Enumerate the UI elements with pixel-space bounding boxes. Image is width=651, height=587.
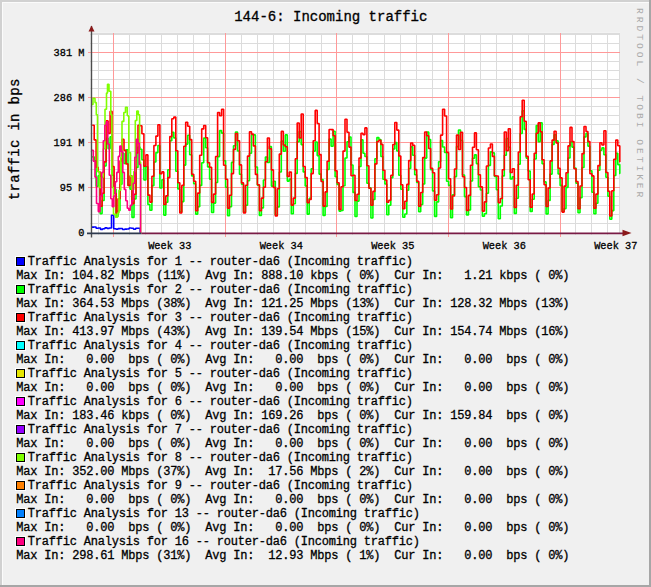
- svg-text:Max In: 0.00 bps ( 0%) Avg: Max In: 0.00 bps ( 0%) Avg In: 0.00 bps …: [16, 493, 569, 507]
- svg-text:RRDTOOL / TOBI OETIKER: RRDTOOL / TOBI OETIKER: [634, 8, 645, 200]
- svg-text:Traffic Analysis for 6 -- rout: Traffic Analysis for 6 -- router-da6 (In…: [28, 395, 413, 409]
- svg-text:0: 0: [78, 227, 84, 239]
- svg-text:Max In: 0.00 bps ( 0%) Avg: Max In: 0.00 bps ( 0%) Avg In: 0.00 bps …: [16, 381, 569, 395]
- svg-text:Max In: 0.00 bps ( 0%) Avg: Max In: 0.00 bps ( 0%) Avg In: 0.00 bps …: [16, 437, 569, 451]
- svg-text:191 M: 191 M: [54, 137, 85, 149]
- svg-text:Max In: 364.53 Mbps (38%) Avg: Max In: 364.53 Mbps (38%) Avg In: 121.25…: [16, 297, 569, 311]
- svg-text:Max In: 352.00 Mbps (37%) Avg: Max In: 352.00 Mbps (37%) Avg In: 17.56 …: [16, 465, 569, 479]
- svg-text:Traffic Analysis for 8 -- rout: Traffic Analysis for 8 -- router-da6 (In…: [28, 451, 413, 465]
- svg-text:Max In: 0.00 bps ( 0%) Avg: Max In: 0.00 bps ( 0%) Avg In: 0.00 bps …: [16, 353, 569, 367]
- svg-text:traffic in bps: traffic in bps: [7, 78, 23, 200]
- svg-text:Max In: 183.46 kbps ( 0%) Avg: Max In: 183.46 kbps ( 0%) Avg In: 169.26…: [16, 409, 569, 423]
- svg-text:Week 36: Week 36: [483, 240, 526, 252]
- svg-text:Max In: 298.61 Mbps (31%) Avg: Max In: 298.61 Mbps (31%) Avg In: 12.93 …: [16, 549, 569, 563]
- svg-text:Traffic Analysis for 2 -- rout: Traffic Analysis for 2 -- router-da6 (In…: [28, 283, 413, 297]
- svg-text:Week 35: Week 35: [371, 240, 414, 252]
- svg-text:Max In: 0.00 bps ( 0%) Avg: Max In: 0.00 bps ( 0%) Avg In: 0.00 bps …: [16, 521, 569, 535]
- svg-text:Traffic Analysis for 3 -- rout: Traffic Analysis for 3 -- router-da6 (In…: [28, 311, 413, 325]
- svg-text:Traffic Analysis for 1 -- rout: Traffic Analysis for 1 -- router-da6 (In…: [28, 255, 413, 269]
- svg-text:Traffic Analysis for 4 -- rout: Traffic Analysis for 4 -- router-da6 (In…: [28, 339, 413, 353]
- svg-text:Max In: 104.82 Mbps (11%) Avg: Max In: 104.82 Mbps (11%) Avg In: 888.10…: [16, 269, 569, 283]
- svg-text:Traffic Analysis for 9 -- rout: Traffic Analysis for 9 -- router-da6 (In…: [28, 479, 413, 493]
- svg-text:Week 33: Week 33: [148, 240, 191, 252]
- svg-text:144-6: Incoming traffic: 144-6: Incoming traffic: [234, 9, 427, 25]
- svg-text:Week 37: Week 37: [594, 240, 637, 252]
- svg-text:381 M: 381 M: [54, 47, 85, 59]
- svg-text:Traffic Analysis for 13 -- rou: Traffic Analysis for 13 -- router-da6 (I…: [28, 507, 420, 521]
- svg-text:Traffic Analysis for 7 -- rout: Traffic Analysis for 7 -- router-da6 (In…: [28, 423, 413, 437]
- svg-text:Week 34: Week 34: [260, 240, 303, 252]
- svg-text:95 M: 95 M: [60, 182, 85, 194]
- svg-text:Traffic Analysis for 5 -- rout: Traffic Analysis for 5 -- router-da6 (In…: [28, 367, 413, 381]
- svg-text:286 M: 286 M: [54, 92, 85, 104]
- svg-text:Traffic Analysis for 16 -- rou: Traffic Analysis for 16 -- router-da6 (I…: [28, 535, 420, 549]
- svg-text:Max In: 413.97 Mbps (43%) Avg: Max In: 413.97 Mbps (43%) Avg In: 139.54…: [16, 325, 569, 339]
